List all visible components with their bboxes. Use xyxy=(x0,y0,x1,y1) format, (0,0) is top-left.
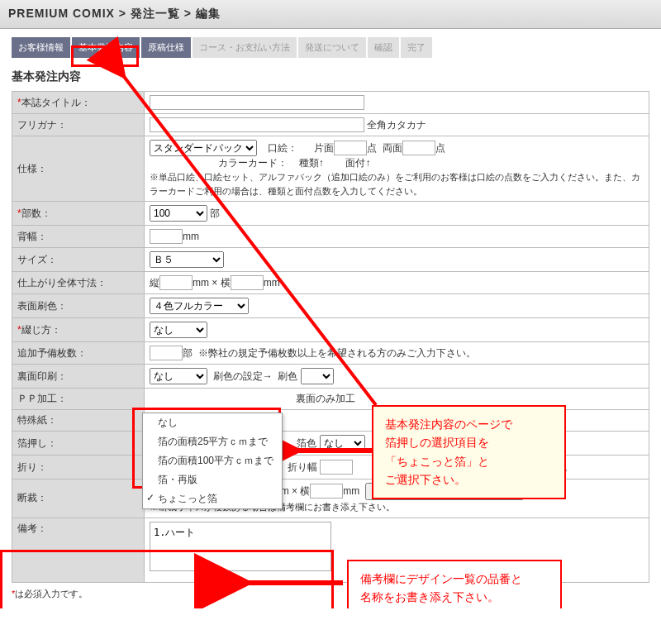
page-title: 基本発注内容 xyxy=(12,69,649,84)
row-binding-label: *綴じ方： xyxy=(12,318,145,342)
tab-basic[interactable]: 基本発注内容 xyxy=(72,37,140,58)
dansai-yoko-input[interactable] xyxy=(310,484,343,499)
row-furigana-label: フリガナ： xyxy=(12,114,145,136)
shiagari-yoko-input[interactable] xyxy=(231,275,264,290)
tab-confirm: 確認 xyxy=(368,37,399,58)
furigana-hint: 全角カタカナ xyxy=(367,119,426,131)
breadcrumb: PREMIUM COMIX > 発注一覧 > 編集 xyxy=(0,0,661,29)
tab-course: コース・お支払い方法 xyxy=(193,37,297,58)
tab-shipping: 発送について xyxy=(298,37,366,58)
frontcolor-select[interactable]: ４色フルカラー xyxy=(150,298,249,314)
foil-dropdown-list[interactable]: なし 箔の面積25平方ｃｍまで 箔の面積100平方ｃｍまで 箔・再版 ちょこっと… xyxy=(142,413,283,509)
row-yobi-label: 追加予備枚数： xyxy=(12,342,145,365)
row-spec-label: 仕様： xyxy=(12,136,145,202)
yobi-input[interactable] xyxy=(150,346,183,360)
tab-bar: お客様情報 基本発注内容 原稿仕様 コース・お支払い方法 発送について 確認 完… xyxy=(12,37,649,58)
foil-option-25[interactable]: 箔の面積25平方ｃｍまで xyxy=(143,432,282,451)
spec-select[interactable]: スタンダードパック xyxy=(150,140,257,156)
foil-option-reprint[interactable]: 箔・再版 xyxy=(143,470,282,489)
row-biko-label: 備考： xyxy=(12,518,145,582)
fold-haba-input[interactable] xyxy=(320,460,353,475)
foil-option-100[interactable]: 箔の面積100平方ｃｍまで xyxy=(143,451,282,470)
backprint-color-select[interactable] xyxy=(301,368,334,384)
title-input[interactable] xyxy=(150,95,364,110)
binding-select[interactable]: なし xyxy=(150,322,207,338)
row-busu-label: *部数： xyxy=(12,202,145,226)
furigana-input[interactable] xyxy=(150,117,364,132)
shiagari-tate-input[interactable] xyxy=(159,275,193,290)
row-foil-label: 箔押し： xyxy=(12,432,145,456)
backprint-select[interactable]: なし xyxy=(150,368,207,384)
row-sehaba-label: 背幅： xyxy=(12,226,145,248)
foil-color-select[interactable]: なし xyxy=(320,435,365,451)
row-dansai-label: 断裁： xyxy=(12,479,145,518)
row-backprint-label: 裏面印刷： xyxy=(12,365,145,389)
ryomen-input[interactable] xyxy=(402,141,435,155)
row-specialpaper-label: 特殊紙： xyxy=(12,410,145,432)
foil-option-none[interactable]: なし xyxy=(143,413,282,432)
callout-biko: 備考欄にデザイン一覧の品番と 名称をお書き添え下さい。 xyxy=(347,560,562,608)
row-fold-label: 折り： xyxy=(12,456,145,479)
tab-customer[interactable]: お客様情報 xyxy=(12,37,70,58)
busu-select[interactable]: 100 xyxy=(150,205,207,222)
foil-option-chokotto[interactable]: ちょこっと箔 xyxy=(143,489,282,508)
tab-complete: 完了 xyxy=(401,37,432,58)
row-pp-label: ＰＰ加工： xyxy=(12,389,145,410)
row-shiagari-label: 仕上がり全体寸法： xyxy=(12,272,145,294)
callout-foil: 基本発注内容のページで 箔押しの選択項目を 「ちょこっと箔」と ご選択下さい。 xyxy=(372,405,566,499)
content-area: お客様情報 基本発注内容 原稿仕様 コース・お支払い方法 発送について 確認 完… xyxy=(0,29,661,608)
spec-note: ※単品口絵、口絵セット、アルファパック（追加口絵のみ）をご利用のお客様は口絵の点… xyxy=(150,170,644,198)
form-table: *本誌タイトル： フリガナ： 全角カタカナ 仕様： スタンダードパック 口絵： … xyxy=(12,91,649,583)
tab-manuscript[interactable]: 原稿仕様 xyxy=(141,37,191,58)
row-title-label: *本誌タイトル： xyxy=(12,92,145,114)
sehaba-input[interactable] xyxy=(150,229,183,244)
biko-textarea[interactable] xyxy=(150,522,331,571)
row-size-label: サイズ： xyxy=(12,248,145,272)
row-frontcolor-label: 表面刷色： xyxy=(12,294,145,318)
size-select[interactable]: Ｂ５ xyxy=(150,251,224,268)
katamen-input[interactable] xyxy=(334,141,367,155)
